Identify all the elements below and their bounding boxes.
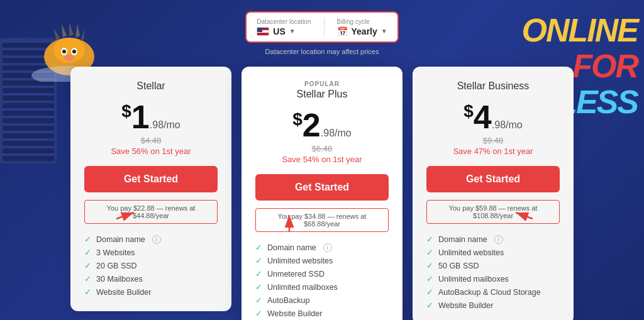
renews-box-stellar: You pay $22.88 — renews at $44.88/year: [84, 200, 218, 224]
datacenter-label: Datacenter location: [257, 18, 311, 25]
renews-box-stellar-business: You pay $59.88 — renews at $108.88/year: [426, 200, 560, 224]
check-icon: ✓: [84, 261, 91, 270]
feature-item: ✓ Domain name i: [426, 233, 560, 246]
feature-item: ✓ Domain name i: [84, 233, 218, 246]
feature-item: ✓ 3 Websites: [84, 246, 218, 259]
feature-item: ✓ Unlimited websites: [255, 254, 389, 267]
feature-text: 50 GB SSD: [438, 262, 479, 270]
feature-text: Website Builder: [438, 301, 493, 310]
price-amount: 1: [131, 99, 150, 135]
plan-card-stellar-plus: POPULARStellar Plus $2.98/mo $6.48Save 5…: [242, 67, 402, 320]
features-list-stellar-plus: ✓ Domain name i ✓ Unlimited websites ✓ U…: [255, 241, 389, 320]
calendar-icon: 📅: [337, 26, 348, 36]
feature-text: Website Builder: [267, 309, 322, 318]
check-icon: ✓: [255, 295, 262, 305]
plan-name-stellar: Stellar: [84, 80, 218, 92]
save-text-stellar: Save 56% on 1st year: [84, 146, 218, 156]
features-list-stellar-business: ✓ Domain name i ✓ Unlimited websites ✓ 5…: [426, 233, 560, 312]
datacenter-note: Datacenter location may affect prices: [265, 48, 379, 55]
check-icon: ✓: [255, 309, 262, 318]
plan-name-stellar-business: Stellar Business: [426, 80, 560, 92]
info-icon[interactable]: i: [152, 235, 161, 244]
datacenter-group: Datacenter location US ▼: [257, 18, 311, 36]
check-icon: ✓: [426, 274, 433, 284]
feature-item: ✓ Unmetered SSD: [255, 267, 389, 280]
plan-price-stellar-business: $4.98/mo: [426, 101, 560, 133]
feature-item: ✓ Unlimited mailboxes: [255, 280, 389, 294]
check-icon: ✓: [84, 287, 91, 297]
check-icon: ✓: [426, 261, 433, 270]
feature-item: ✓ Website Builder: [426, 299, 560, 312]
feature-text: Domain name: [96, 235, 145, 244]
original-price-stellar-business: $9.48: [426, 136, 560, 145]
save-text-stellar-plus: Save 54% on 1st year: [255, 155, 389, 164]
get-started-btn-stellar-plus[interactable]: Get Started: [255, 174, 389, 201]
plan-name-stellar-plus: Stellar Plus: [255, 89, 389, 100]
datacenter-select[interactable]: US ▼: [257, 26, 295, 36]
main-content: Datacenter location US ▼ Billing cycle 📅…: [0, 0, 644, 320]
price-period: .98/mo: [321, 128, 352, 138]
feature-text: Unlimited websites: [267, 257, 333, 265]
feature-text: Website Builder: [96, 288, 151, 297]
feature-item: ✓ Domain name i: [255, 241, 389, 254]
billing-group: Billing cycle 📅 Yearly ▼: [337, 18, 387, 36]
original-price-stellar-plus: $6.48: [255, 144, 389, 153]
price-period: .98/mo: [150, 119, 180, 130]
currency-symbol: $: [464, 101, 474, 121]
price-amount: 2: [303, 107, 321, 143]
price-amount: 4: [474, 99, 492, 135]
price-period: .98/mo: [492, 119, 523, 130]
check-icon: ✓: [426, 287, 433, 297]
popular-badge: POPULAR: [255, 80, 389, 87]
us-flag-icon: [257, 27, 269, 36]
feature-item: ✓ Website Builder: [255, 307, 389, 320]
check-icon: ✓: [426, 248, 433, 257]
plan-card-stellar-business: Stellar Business $4.98/mo $9.48Save 47% …: [413, 67, 574, 320]
feature-item: ✓ Unlimited mailboxes: [426, 272, 560, 285]
renews-box-stellar-plus: You pay $34.88 — renews at $68.88/year: [255, 208, 389, 232]
plan-card-stellar: Stellar $1.98/mo $4.48Save 56% on 1st ye…: [70, 67, 231, 311]
features-list-stellar: ✓ Domain name i ✓ 3 Websites ✓ 20 GB SSD…: [84, 233, 218, 299]
plan-price-stellar-plus: $2.98/mo: [255, 109, 389, 141]
feature-item: ✓ Website Builder: [84, 285, 218, 299]
save-text-stellar-business: Save 47% on 1st year: [426, 146, 560, 156]
check-icon: ✓: [426, 234, 433, 244]
feature-text: AutoBackup & Cloud Storage: [438, 288, 541, 297]
feature-item: ✓ Unlimited websites: [426, 246, 560, 259]
check-icon: ✓: [255, 269, 262, 279]
feature-item: ✓ 50 GB SSD: [426, 259, 560, 272]
original-price-stellar: $4.48: [84, 136, 218, 145]
billing-value: Yearly: [352, 26, 377, 36]
info-icon[interactable]: i: [323, 243, 332, 252]
feature-text: Unlimited websites: [438, 248, 504, 257]
datacenter-chevron-icon: ▼: [289, 28, 296, 35]
controls-bar: Datacenter location US ▼ Billing cycle 📅…: [245, 11, 398, 43]
feature-text: 30 Mailboxes: [96, 275, 143, 284]
check-icon: ✓: [255, 282, 262, 292]
controls-divider: [324, 18, 325, 36]
feature-item: ✓ 30 Mailboxes: [84, 272, 218, 285]
billing-label: Billing cycle: [337, 18, 370, 25]
currency-symbol: $: [121, 101, 131, 121]
feature-text: Domain name: [438, 235, 487, 244]
feature-text: Unmetered SSD: [267, 270, 325, 279]
check-icon: ✓: [255, 256, 262, 265]
info-icon[interactable]: i: [494, 235, 503, 244]
currency-symbol: $: [292, 109, 303, 129]
check-icon: ✓: [84, 248, 91, 257]
feature-item: ✓ AutoBackup & Cloud Storage: [426, 285, 560, 299]
feature-text: AutoBackup: [267, 296, 309, 305]
feature-text: 20 GB SSD: [96, 262, 137, 270]
plan-price-stellar: $1.98/mo: [84, 101, 218, 133]
feature-text: Domain name: [267, 243, 316, 252]
feature-item: ✓ AutoBackup: [255, 294, 389, 307]
check-icon: ✓: [84, 274, 91, 284]
feature-text: 3 Websites: [96, 248, 135, 257]
billing-chevron-icon: ▼: [381, 28, 387, 35]
get-started-btn-stellar[interactable]: Get Started: [84, 166, 218, 192]
billing-select[interactable]: 📅 Yearly ▼: [337, 26, 387, 36]
get-started-btn-stellar-business[interactable]: Get Started: [426, 166, 560, 192]
check-icon: ✓: [426, 301, 433, 310]
plans-container: Stellar $1.98/mo $4.48Save 56% on 1st ye…: [70, 67, 574, 320]
feature-text: Unlimited mailboxes: [267, 283, 338, 292]
